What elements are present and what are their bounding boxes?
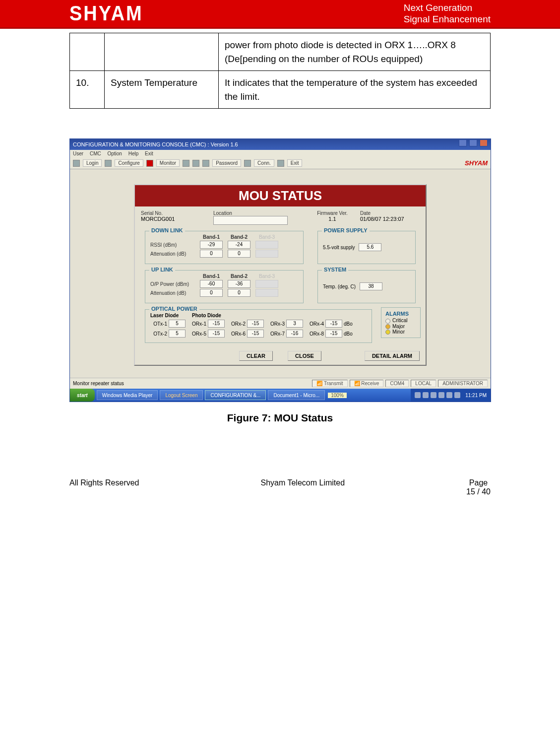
monitor-icon <box>146 160 153 167</box>
optical-fieldset: OPTICAL POWER Laser Diode Photo Diode OT… <box>145 309 372 343</box>
otx2-lbl: OTx-2 <box>150 331 167 337</box>
footer-page: Page 15 / 40 <box>466 478 491 496</box>
cmc-window: CONFIGURATION & MONITORING CONSOLE (CMC)… <box>69 138 491 402</box>
cell-name <box>105 33 219 71</box>
cell-name: System Temperature <box>105 71 219 109</box>
band2-label: Band-2 <box>228 234 250 240</box>
tray-icon[interactable] <box>423 392 429 398</box>
login-button[interactable]: Login <box>83 159 102 167</box>
key-icon <box>73 160 80 167</box>
page-header: SHYAM Next Generation Signal Enhancement <box>0 0 560 29</box>
task-word[interactable]: Document1 - Micro... <box>268 390 325 400</box>
mou-top-row: Serial No. MORCDG001 Location Firmware V… <box>135 206 426 227</box>
tray-icon[interactable] <box>438 392 444 398</box>
table-row: power from photo diode is detected in OR… <box>70 33 491 71</box>
downlink-fieldset: DOWN LINK Band-1 Band-2 Band-3 RSSI (dBm… <box>145 231 304 264</box>
cell-desc: It indicates that the temperature of the… <box>219 71 491 109</box>
ul-att-b1: 0 <box>200 289 223 297</box>
op-b1: -60 <box>200 280 223 288</box>
system-tray: 11:21 PM <box>411 389 491 402</box>
mou-buttons: CLEAR CLOSE DETAIL ALARM <box>135 347 426 365</box>
exit-button[interactable]: Exit <box>287 159 303 167</box>
ul-band1-label: Band-1 <box>200 273 223 279</box>
footer-center: Shyam Telecom Limited <box>261 478 345 496</box>
otx1-val: 5 <box>169 320 186 328</box>
rssi-label: RSSI (dBm) <box>150 242 195 248</box>
window-titlebar[interactable]: CONFIGURATION & MONITORING CONSOLE (CMC)… <box>70 139 491 150</box>
footer-left: All Rights Reserved <box>69 478 139 496</box>
menubar: User CMC Option Help Exit <box>70 150 491 157</box>
op-b3 <box>255 280 278 288</box>
zoom-badge: 100% <box>328 393 347 398</box>
alarm-minor: Minor <box>392 329 405 335</box>
unit-dbo: dBo <box>344 321 356 327</box>
tray-icon[interactable] <box>454 392 460 398</box>
detail-alarm-button[interactable]: DETAIL ALARM <box>365 351 420 361</box>
power-fieldset: POWER SUPPLY 5.5-volt supply 5.6 <box>317 231 416 264</box>
maximize-icon[interactable] <box>469 139 477 146</box>
configure-icon <box>105 160 112 167</box>
orx7-val: -16 <box>286 330 303 338</box>
canvas: MOU STATUS Serial No. MORCDG001 Location… <box>70 169 491 378</box>
conn-icon <box>244 160 251 167</box>
fw-value: 1.1 <box>312 216 352 222</box>
tray-icon[interactable] <box>446 392 452 398</box>
att-label: Attenuation (dB) <box>150 251 195 257</box>
clear-button[interactable]: CLEAR <box>239 351 273 361</box>
page-footer: All Rights Reserved Shyam Telecom Limite… <box>0 474 560 511</box>
task-logout[interactable]: Logout Screen <box>160 390 203 400</box>
alarm-major: Major <box>392 324 405 329</box>
ul-att-b3 <box>255 289 278 297</box>
menu-cmc[interactable]: CMC <box>90 151 101 156</box>
rssi-b2: -24 <box>228 241 250 249</box>
ul-att-b2: 0 <box>228 289 250 297</box>
blank-icon <box>183 160 189 167</box>
menu-option[interactable]: Option <box>107 151 122 156</box>
led-minor-icon <box>385 330 390 335</box>
tagline-line1: Next Generation <box>404 2 491 14</box>
optical-legend: OPTICAL POWER <box>149 306 199 312</box>
receive-panel: 📶 Receive <box>350 380 384 387</box>
temp-label: Temp. (deg. C) <box>323 284 356 289</box>
orx1-lbl: ORx-1 <box>189 321 206 327</box>
led-critical-icon <box>385 319 390 324</box>
power-legend: POWER SUPPLY <box>322 227 370 233</box>
unit-dbo2: dBo <box>344 331 356 337</box>
orx8-lbl: ORx-8 <box>307 331 324 337</box>
menu-exit[interactable]: Exit <box>145 151 153 156</box>
configure-button[interactable]: Configure <box>115 159 143 167</box>
window-controls <box>458 139 488 150</box>
location-value <box>213 216 288 225</box>
monitor-button[interactable]: Monitor <box>156 159 180 167</box>
system-fieldset: SYSTEM Temp. (deg. C) 38 <box>317 270 416 303</box>
photo-label: Photo Diode <box>192 313 221 318</box>
minimize-icon[interactable] <box>459 139 467 146</box>
fw-label: Firmware Ver. <box>312 210 352 216</box>
serial-value: MORCDG001 <box>141 216 205 222</box>
system-legend: SYSTEM <box>322 267 348 272</box>
close-icon[interactable] <box>480 139 488 146</box>
alarms-legend: ALARMS <box>385 311 416 317</box>
downlink-legend: DOWN LINK <box>149 227 185 233</box>
menu-help[interactable]: Help <box>128 151 139 156</box>
orx8-val: -15 <box>325 330 342 338</box>
tray-icon[interactable] <box>415 392 421 398</box>
att-b2: 0 <box>228 250 250 258</box>
alarms-fieldset: ALARMS Critical Major Minor <box>381 307 421 338</box>
figure-caption: Figure 7: MOU Status <box>69 412 491 424</box>
cell-num <box>70 33 105 71</box>
task-wmp[interactable]: Windows Media Player <box>97 390 158 400</box>
tray-icon[interactable] <box>431 392 436 398</box>
menu-user[interactable]: User <box>73 151 83 156</box>
orx7-lbl: ORx-7 <box>268 331 285 337</box>
op-b2: -36 <box>228 280 250 288</box>
date-value: 01/08/07 12:23:07 <box>360 216 420 222</box>
start-button[interactable]: start <box>70 389 95 402</box>
ul-band3-label: Band-3 <box>255 273 278 279</box>
close-button[interactable]: CLOSE <box>288 351 321 361</box>
task-cmc[interactable]: CONFIGURATION &... <box>205 390 266 400</box>
password-button[interactable]: Password <box>212 159 241 167</box>
otx2-val: 5 <box>169 330 186 338</box>
clock: 11:21 PM <box>465 393 487 398</box>
conn-button[interactable]: Conn. <box>254 159 274 167</box>
